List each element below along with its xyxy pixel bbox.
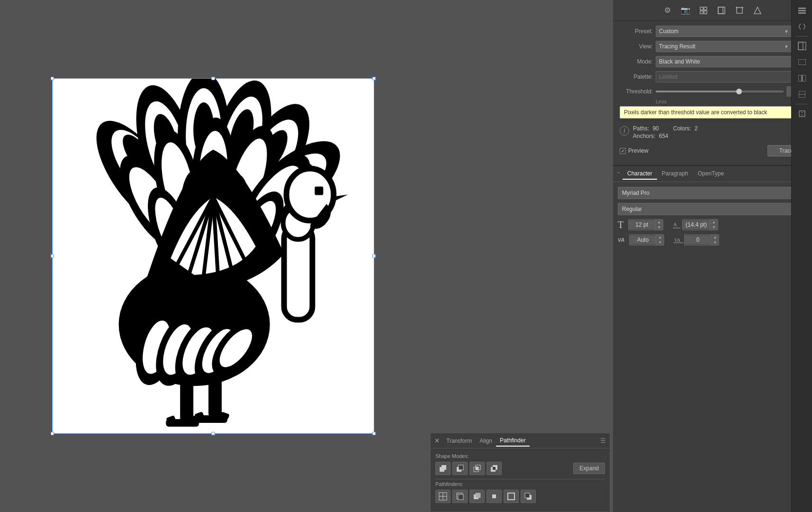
handle-mid-right[interactable]	[372, 255, 376, 258]
info-stats: Paths: 90 Colors: 2 Anchors: 654	[633, 125, 698, 139]
tab-opentype[interactable]: OpenType	[693, 168, 729, 180]
view-select[interactable]: Tracing Result ▼	[656, 41, 792, 52]
svg-rect-104	[798, 10, 806, 11]
turkey-image	[53, 79, 374, 433]
tab-align[interactable]: Align	[476, 436, 496, 446]
svg-rect-103	[798, 8, 806, 9]
font-style-select[interactable]: Regular ▼	[618, 203, 807, 215]
handle-mid-left[interactable]	[51, 255, 54, 258]
pathfinder-close-icon[interactable]: ✕	[434, 437, 440, 444]
mode-select[interactable]: Black and White ▼	[656, 56, 805, 67]
view-dropdown-arrow: ▼	[784, 44, 789, 49]
character-panel-body: Myriad Pro ▼ Regular ▼ T 12 pt ▲	[613, 182, 812, 254]
threshold-slider-thumb[interactable]	[736, 89, 742, 94]
font-size-value: 12 pt	[629, 220, 655, 229]
svg-rect-87	[476, 467, 478, 470]
svg-rect-98	[492, 494, 496, 498]
rtool-rect-icon[interactable]	[794, 55, 810, 70]
colors-label: Colors: 2	[673, 125, 698, 132]
tracking-up-arrow[interactable]: ▲	[711, 235, 719, 240]
tab-pathfinder[interactable]: Pathfinder	[496, 435, 530, 447]
font-family-row: Myriad Pro ▼	[618, 187, 807, 199]
canvas-frame	[52, 78, 374, 434]
pathfinder-merge-button[interactable]	[469, 490, 485, 503]
pathfinder-minus-back-button[interactable]	[521, 490, 536, 503]
rtool-layers-icon[interactable]	[794, 3, 810, 18]
svg-rect-47	[315, 186, 323, 195]
rtool-panel-icon[interactable]	[794, 38, 810, 54]
svg-rect-107	[798, 42, 803, 50]
rtool-transform-icon[interactable]	[794, 106, 810, 121]
grid-icon[interactable]	[696, 3, 711, 18]
font-family-value: Myriad Pro	[622, 190, 650, 196]
view-row: View: Tracing Result ▼ 👁	[620, 41, 805, 52]
pathfinder-outline-button[interactable]	[504, 490, 519, 503]
handle-bottom-right[interactable]	[372, 432, 376, 435]
kerning-value: Auto	[630, 235, 656, 245]
pathfinder-menu-icon[interactable]: ☰	[600, 437, 606, 444]
tab-character[interactable]: Character	[623, 168, 657, 180]
palette-row: Palette: Limited ▼	[620, 71, 805, 82]
leading-control: A (14.4 pt) ▲ ▼	[673, 219, 718, 230]
svg-rect-66	[700, 7, 703, 10]
preset-value: Custom	[659, 28, 678, 35]
rtool-split-icon[interactable]	[794, 71, 810, 86]
character-panel: ⌃ Character Paragraph OpenType ☰ Myriad …	[613, 165, 812, 512]
shape-mode-unite-button[interactable]	[435, 462, 451, 475]
pathfinder-trim-button[interactable]	[452, 490, 468, 503]
rtool-expand-left-icon[interactable]	[794, 19, 810, 34]
far-right-toolbar	[791, 0, 812, 512]
artboard-icon[interactable]	[732, 3, 747, 18]
panel-icon[interactable]	[714, 3, 729, 18]
canvas-area	[0, 0, 426, 512]
tracking-control: 0 ▲ ▼	[684, 234, 719, 246]
kerning-down-arrow[interactable]: ▼	[656, 240, 664, 245]
pathfinder-crop-button[interactable]	[487, 490, 502, 503]
leading-up-arrow[interactable]: ▲	[710, 219, 718, 225]
tracking-arrows: ▲ ▼	[711, 235, 719, 245]
character-panel-collapse[interactable]: ⌃	[617, 171, 621, 176]
svg-rect-70	[718, 7, 725, 14]
tab-paragraph[interactable]: Paragraph	[657, 168, 693, 180]
font-size-icon: T	[618, 219, 623, 230]
gear-icon[interactable]: ⚙	[660, 3, 675, 18]
mode-label: Mode:	[620, 58, 653, 65]
handle-top-right[interactable]	[372, 77, 376, 80]
pathfinder-header: ✕ Transform Align Pathfinder ☰	[431, 433, 610, 448]
svg-rect-84	[459, 465, 463, 470]
pathfinders-buttons	[435, 490, 605, 503]
pathfinder-panel: ✕ Transform Align Pathfinder ☰ Shape Mod…	[430, 433, 610, 512]
shape-icon[interactable]	[750, 3, 765, 18]
threshold-slider-track	[656, 91, 784, 92]
threshold-slider-container	[656, 87, 784, 96]
camera-icon[interactable]: 📷	[678, 3, 693, 18]
pathfinders-label: Pathfinders:	[435, 481, 605, 487]
leading-down-arrow[interactable]: ▼	[710, 225, 718, 230]
preset-select[interactable]: Custom ▼	[656, 26, 792, 37]
font-size-up-arrow[interactable]: ▲	[655, 219, 663, 225]
less-more-row: Less More	[620, 99, 805, 104]
svg-rect-97	[476, 493, 480, 498]
preset-dropdown-arrow: ▼	[784, 29, 789, 34]
shape-mode-minus-front-button[interactable]	[452, 462, 468, 475]
font-family-select[interactable]: Myriad Pro ▼	[618, 187, 807, 199]
kerning-icon: VA	[618, 237, 624, 243]
pathfinder-divide-button[interactable]	[435, 490, 451, 503]
svg-rect-109	[798, 75, 802, 82]
expand-button[interactable]: Expand	[573, 463, 605, 474]
rtool-single-panel-icon[interactable]	[794, 87, 810, 102]
handle-bottom-mid[interactable]	[212, 432, 215, 435]
font-style-row: Regular ▼	[618, 203, 807, 215]
tab-transform[interactable]: Transform	[442, 436, 476, 446]
preview-checkbox[interactable]	[620, 148, 626, 154]
shape-mode-exclude-button[interactable]	[487, 462, 502, 475]
info-icon[interactable]: i	[620, 126, 629, 136]
tracking-down-arrow[interactable]: ▼	[711, 240, 719, 245]
handle-top-mid[interactable]	[212, 77, 215, 80]
kerning-up-arrow[interactable]: ▲	[656, 235, 664, 240]
preview-checkbox-label[interactable]: Preview	[620, 147, 649, 154]
handle-bottom-left[interactable]	[51, 432, 54, 435]
font-size-down-arrow[interactable]: ▼	[655, 225, 663, 230]
shape-mode-intersect-button[interactable]	[469, 462, 485, 475]
handle-top-left[interactable]	[51, 77, 54, 80]
